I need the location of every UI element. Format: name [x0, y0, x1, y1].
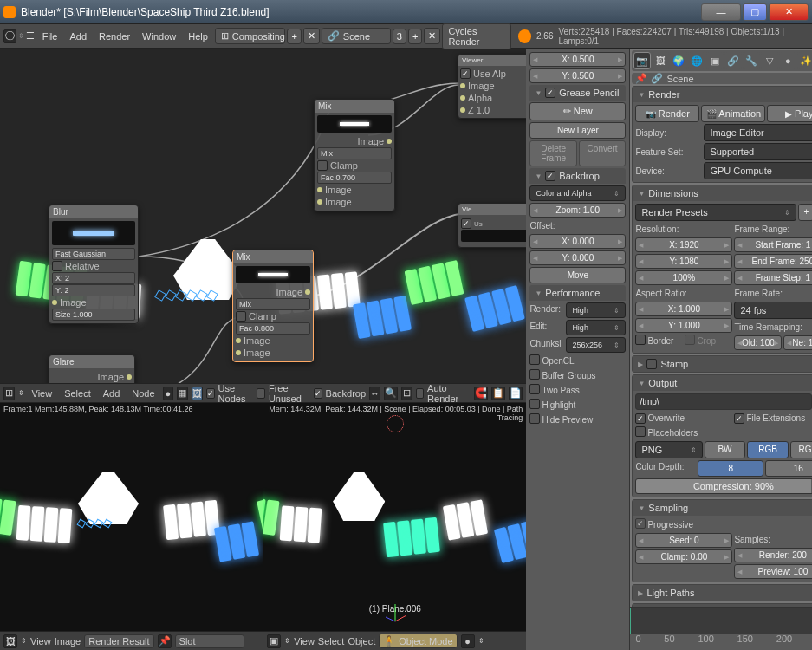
backdrop-checkbox[interactable] — [314, 388, 322, 399]
output-panel-header[interactable]: Output — [633, 375, 812, 391]
res-y[interactable]: Y: 1080 — [635, 254, 732, 269]
3d-viewport[interactable]: Mem: 144.32M, Peak: 144.32M | Scene | El… — [263, 403, 526, 650]
tab-object[interactable]: ▣ — [706, 52, 724, 69]
aspect-x[interactable]: X: 1.000 — [635, 302, 732, 316]
framerate-select[interactable]: 24 fps — [734, 302, 812, 319]
add-preset-button[interactable]: + — [798, 204, 812, 221]
new-layer-button[interactable]: New Layer — [529, 122, 626, 139]
scene-users[interactable]: 3 — [393, 29, 406, 44]
depth-16[interactable]: 16 — [765, 460, 812, 477]
del-scene-button[interactable]: ✕ — [424, 28, 440, 44]
menu-view[interactable]: View — [294, 636, 315, 647]
compositing-mode-icon[interactable]: 🖼 — [192, 387, 203, 400]
device-select[interactable]: GPU Compute — [704, 162, 812, 179]
node-viewer[interactable]: Viewer Use Alp Image Alpha Z 1.0 — [458, 54, 526, 119]
tab-render[interactable]: 📷 — [633, 52, 651, 69]
tab-modifiers[interactable]: 🔧 — [743, 52, 760, 69]
edit-quality[interactable]: High — [566, 320, 626, 335]
menu-select[interactable]: Select — [60, 387, 95, 400]
minimize-button[interactable]: — — [701, 3, 741, 21]
opencl-checkbox[interactable] — [529, 354, 540, 365]
menu-view[interactable]: View — [30, 636, 51, 647]
menu-render[interactable]: Render — [94, 29, 135, 43]
crop-checkbox[interactable] — [685, 335, 695, 345]
tex-mode-icon[interactable]: ▦ — [177, 387, 188, 400]
scene-selector[interactable]: 🔗Scene — [322, 28, 391, 44]
use-nodes-checkbox[interactable] — [206, 388, 215, 399]
overwrite-checkbox[interactable] — [635, 413, 646, 424]
render-samples[interactable]: Render: 200 — [734, 548, 812, 562]
grease-pencil-panel[interactable]: Grease Pencil — [529, 85, 626, 101]
display-select[interactable]: Image Editor — [704, 124, 812, 141]
image-selector[interactable]: Render Result — [84, 634, 153, 648]
buffer-groups-checkbox[interactable] — [529, 369, 540, 380]
node-blur[interactable]: Blur Fast Gaussian Relative X: 2 Y: 2 Im… — [49, 205, 139, 324]
add-layout-button[interactable]: + — [287, 29, 301, 44]
rgba-button[interactable]: RGBA — [790, 441, 812, 458]
render-quality[interactable]: High — [566, 302, 626, 318]
res-x[interactable]: X: 1920 — [635, 237, 732, 252]
delete-frame-button[interactable]: Delete Frame — [529, 140, 577, 166]
animation-button[interactable]: 🎬 Animation — [701, 105, 765, 122]
editor-type-icon[interactable]: ⓘ — [3, 29, 16, 43]
offset-y[interactable]: Y: 0.000 — [529, 250, 626, 265]
offset-x[interactable]: X: 0.000 — [529, 234, 626, 249]
preview-samples[interactable]: Preview: 100 — [734, 564, 812, 579]
menu-select[interactable]: Select — [318, 636, 345, 647]
backdrop-x[interactable]: X: 0.500 — [529, 52, 626, 67]
convert-button[interactable]: Convert — [579, 140, 627, 166]
maximize-button[interactable]: ▢ — [743, 3, 767, 21]
seed-field[interactable]: Seed: 0 — [635, 533, 732, 548]
backdrop-y[interactable]: Y: 0.500 — [529, 68, 626, 83]
menu-object[interactable]: Object — [348, 636, 375, 647]
play-button[interactable]: ▶ Play — [767, 105, 812, 122]
file-ext-checkbox[interactable] — [734, 413, 744, 424]
layout-selector[interactable]: ⊞Compositing — [215, 28, 286, 44]
aspect-y[interactable]: Y: 1.000 — [635, 318, 732, 333]
menu-node[interactable]: Node — [127, 387, 159, 400]
rgb-button[interactable]: RGB — [747, 441, 789, 458]
editor-type-icon[interactable]: 🖼 — [3, 634, 17, 648]
node-editor[interactable]: Blur Fast Gaussian Relative X: 2 Y: 2 Im… — [0, 49, 526, 383]
frame-step[interactable]: Frame Step: 1 — [734, 270, 812, 285]
menu-file[interactable]: File — [37, 29, 63, 43]
render-button[interactable]: 📷 Render — [635, 105, 699, 122]
image-editor[interactable]: Frame:1 Mem:145.88M, Peak: 148.13M Time:… — [0, 403, 263, 650]
tab-world[interactable]: 🌐 — [688, 52, 705, 69]
material-mode-icon[interactable]: ● — [163, 387, 174, 400]
format-select[interactable]: PNG — [635, 441, 702, 458]
menu-image[interactable]: Image — [55, 636, 81, 647]
add-scene-button[interactable]: + — [408, 29, 422, 44]
highlight-checkbox[interactable] — [529, 399, 540, 409]
hide-preview-checkbox[interactable] — [529, 413, 540, 424]
node-glare[interactable]: Glare Image Streaks Medium Iterations: 3… — [49, 354, 135, 383]
menu-view[interactable]: View — [28, 387, 57, 400]
copy-icon[interactable]: 📋 — [491, 387, 505, 400]
node-mix-2[interactable]: Mix Image Mix Clamp Fac 0.700 Image Imag… — [314, 99, 395, 211]
backdrop-opts-icon[interactable]: 🔍 — [384, 387, 398, 400]
tab-layers[interactable]: 🖼 — [652, 52, 669, 69]
pin-icon[interactable]: 📌 — [635, 73, 647, 84]
backdrop-panel[interactable]: Backdrop — [529, 168, 626, 184]
auto-render-checkbox[interactable] — [416, 388, 425, 399]
slot-selector[interactable]: Slot — [175, 634, 244, 648]
border-checkbox[interactable] — [635, 335, 646, 345]
render-engine-selector[interactable]: Cycles Render — [442, 23, 511, 49]
menu-add[interactable]: Add — [99, 387, 125, 400]
placeholders-checkbox[interactable] — [635, 426, 646, 437]
remap-old[interactable]: Old: 100 — [734, 335, 782, 350]
menu-help[interactable]: Help — [183, 29, 213, 43]
node-partial[interactable]: Vie Us — [458, 203, 526, 248]
paste-icon[interactable]: 📄 — [509, 387, 523, 400]
free-unused-checkbox[interactable] — [257, 388, 265, 399]
start-frame[interactable]: Start Frame: 1 — [734, 237, 812, 252]
render-panel-header[interactable]: Render — [633, 87, 812, 102]
tab-data[interactable]: ▽ — [761, 52, 778, 69]
zoom-field[interactable]: Zoom: 1.00 — [529, 203, 626, 218]
chunk-size[interactable]: 256x256 — [566, 337, 626, 353]
pin-icon[interactable]: 📌 — [158, 634, 172, 648]
stamp-panel-header[interactable]: Stamp — [633, 356, 812, 372]
tab-scene[interactable]: 🌍 — [670, 52, 687, 69]
shading-icon[interactable]: ● — [461, 634, 475, 648]
bw-button[interactable]: BW — [705, 441, 746, 458]
